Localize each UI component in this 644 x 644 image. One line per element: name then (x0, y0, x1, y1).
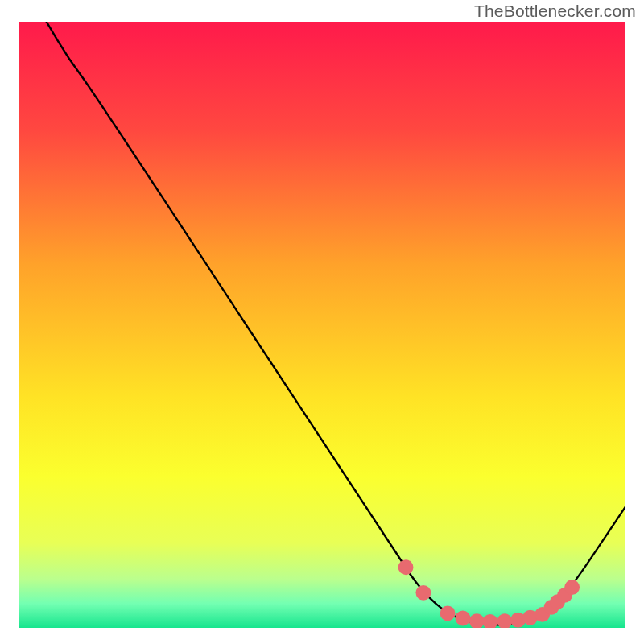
chart-svg (19, 22, 625, 628)
data-point-marker (564, 580, 580, 595)
plot-area (19, 22, 625, 628)
data-point-marker (456, 611, 471, 626)
data-point-marker (415, 585, 431, 601)
data-point-marker (398, 559, 414, 575)
gradient-rect (19, 22, 625, 628)
attribution-label: TheBottlenecker.com (474, 2, 636, 21)
data-point-marker (440, 606, 456, 621)
chart-container: TheBottlenecker.com (0, 0, 644, 644)
